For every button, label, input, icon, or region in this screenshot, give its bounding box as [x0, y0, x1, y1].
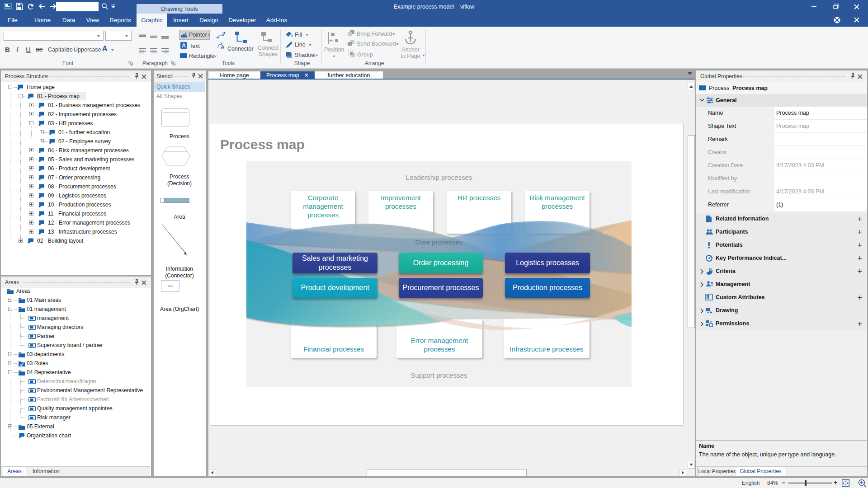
svg-text:I: I [707, 296, 708, 300]
svg-text:A: A [182, 42, 186, 49]
svg-text:A: A [221, 44, 225, 51]
